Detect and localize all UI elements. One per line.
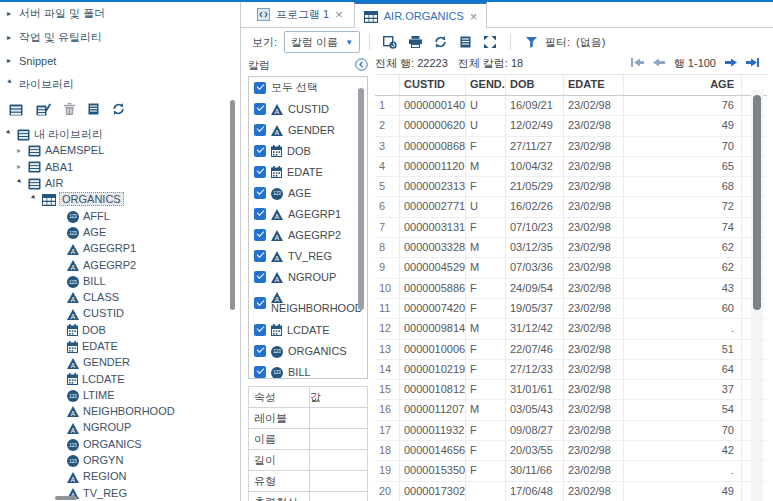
tree-item-lcdate[interactable]: LCDATE [0,370,240,386]
checkbox-checked[interactable] [254,103,266,115]
tree-item-neighborhood[interactable]: ANEIGHBORHOOD [0,403,240,419]
collapsed-caret-icon[interactable]: ▸ [7,56,19,65]
tree-item-custid[interactable]: ACUSTID [0,305,240,321]
table-row[interactable]: 20000001730217/06/4823/02/9849 [375,482,767,501]
column-checkbox-row[interactable]: 123ORGANICS [249,340,367,361]
close-icon[interactable]: × [470,10,478,23]
column-checkbox-row[interactable]: ACUSTID [249,98,367,119]
grid-column-header[interactable]: DOB [506,75,564,95]
column-checkbox-row[interactable]: AAGEGRP2 [249,224,367,245]
column-checkbox-row[interactable]: 123BILL [249,361,367,379]
refresh-icon[interactable] [112,99,125,119]
grid-column-header[interactable]: GEND... [466,75,506,95]
tree-item-affl[interactable]: 123AFFL [0,207,240,223]
tree-item-ltime[interactable]: 123LTIME [0,387,240,403]
tree-item-ngroup[interactable]: ANGROUP [0,419,240,435]
tree-item-tv-reg[interactable]: ATV_REG [0,485,240,501]
tree-item-agegrp1[interactable]: AAGEGRP1 [0,240,240,256]
checkbox-checked[interactable] [254,366,266,378]
column-checkbox-row[interactable]: ATV_REG [249,245,367,266]
column-checkbox-row[interactable]: 123AGE [249,182,367,203]
table-row[interactable]: 30000000868F27/11/2723/02/9870 [375,137,767,157]
tree-item-bill[interactable]: 123BILL [0,273,240,289]
last-page-icon[interactable] [746,57,759,70]
view-mode-select[interactable]: 칼럼 이름 ▼ [284,31,360,53]
table-properties-icon[interactable] [88,99,99,119]
grid-column-header[interactable]: EDATE [564,75,624,95]
grid-scrollbar-thumb[interactable] [753,95,761,310]
sidebar-item-libraries[interactable]: ▸라이브러리 [0,73,240,97]
first-page-icon[interactable] [631,57,644,70]
table-row[interactable]: 110000007420F19/05/3723/02/9860 [375,299,767,319]
table-row[interactable]: 70000003131F07/10/2323/02/9874 [375,218,767,238]
tab--1[interactable]: 프로그램 1× [248,2,352,27]
table-row[interactable]: 170000011932F09/08/2723/02/9870 [375,421,767,441]
checkbox-checked[interactable] [254,82,266,94]
checkbox-checked[interactable] [254,250,266,262]
table-row[interactable]: 160000011207M03/05/4323/02/9854 [375,400,767,420]
checkbox-checked[interactable] [254,166,266,178]
tree-item-region[interactable]: AREGION [0,468,240,484]
checkbox-checked[interactable] [254,187,266,199]
maximize-icon[interactable] [479,32,501,52]
new-library-icon[interactable] [9,99,23,119]
checkbox-checked[interactable] [254,208,266,220]
refresh-icon[interactable] [429,32,451,52]
tab-air-organics[interactable]: AIR.ORGANICS× [354,2,488,28]
table-row[interactable]: 80000003328M03/12/3523/02/9862 [375,238,767,258]
tree-item-agegrp2[interactable]: AAGEGRP2 [0,256,240,272]
table-row[interactable]: 60000002771U16/02/2623/02/9872 [375,197,767,217]
tree-item-organics[interactable]: 123ORGANICS [0,436,240,452]
column-checkbox-row[interactable]: ANEIGHBORHOOD [249,287,367,319]
checkbox-checked[interactable] [254,271,266,283]
table-row[interactable]: 130000010006F22/07/4623/02/9851 [375,340,767,360]
column-checkbox-row[interactable]: LCDATE [249,319,367,340]
collapse-panel-icon[interactable] [355,58,368,73]
next-page-icon[interactable] [725,57,737,70]
table-row[interactable]: 50000002313F21/05/2923/02/9868 [375,177,767,197]
collapsed-caret-icon[interactable]: ▸ [7,9,19,18]
collapsed-caret-icon[interactable]: ▸ [7,33,19,42]
checkbox-checked[interactable] [254,297,266,309]
checkbox-checked[interactable] [254,345,266,357]
export-icon[interactable] [379,32,401,52]
table-row[interactable]: 20000000620U12/02/4923/02/9849 [375,116,767,136]
table-row[interactable]: 150000010812F31/01/6123/02/9837 [375,380,767,400]
collapsed-caret-icon[interactable]: ▸ [17,162,28,171]
assign-library-icon[interactable] [36,99,51,119]
grid-column-header[interactable]: CUSTID [400,75,466,95]
column-checkbox-row[interactable]: AGENDER [249,119,367,140]
select-all-row[interactable]: 모두 선택 [249,77,367,98]
properties-icon[interactable] [454,32,476,52]
tree-item-aba1[interactable]: ▸ABA1 [0,159,240,175]
sidebar-item-snippets[interactable]: ▸Snippet [0,49,240,73]
sidebar-item-server-files[interactable]: ▸서버 파일 및 폴더 [0,2,240,26]
sidebar-item-tasks-utilities[interactable]: ▸작업 및 유틸리티 [0,26,240,50]
tree-item-organics[interactable]: ▸ORGANICS [0,191,240,207]
table-row[interactable]: 40000001120M10/04/3223/02/9865 [375,157,767,177]
table-row[interactable]: 90000004529M07/03/3623/02/9862 [375,258,767,278]
table-row[interactable]: 180000014656F20/03/5523/02/9842 [375,441,767,461]
filter-value[interactable]: (없음) [576,35,605,50]
previous-page-icon[interactable] [653,57,665,70]
column-checkbox-row[interactable]: EDATE [249,161,367,182]
checkbox-checked[interactable] [254,229,266,241]
collapsed-caret-icon[interactable]: ▸ [17,146,28,155]
tree-item-aaemspel[interactable]: ▸AAEMSPEL [0,142,240,158]
checkbox-checked[interactable] [254,124,266,136]
print-icon[interactable] [404,32,426,52]
table-row[interactable]: 140000010219F27/12/3323/02/9864 [375,360,767,380]
columns-list-scrollbar[interactable] [358,88,364,310]
column-checkbox-row[interactable]: DOB [249,140,367,161]
tree-item--[interactable]: ▸내 라이브러리 [0,126,240,142]
table-row[interactable]: 10000000140U16/09/2123/02/9876 [375,96,767,116]
column-checkbox-row[interactable]: ANGROUP [249,266,367,287]
column-checkbox-row[interactable]: AAGEGRP1 [249,203,367,224]
table-row[interactable]: 190000015350F30/11/6623/02/98. [375,461,767,481]
delete-icon[interactable] [64,99,75,119]
grid-column-header[interactable]: AGE [624,75,742,95]
tree-item-dob[interactable]: DOB [0,322,240,338]
sidebar-vertical-scrollbar[interactable] [230,100,235,310]
sidebar-horizontal-scrollbar[interactable] [55,496,77,500]
close-icon[interactable]: × [335,8,343,21]
